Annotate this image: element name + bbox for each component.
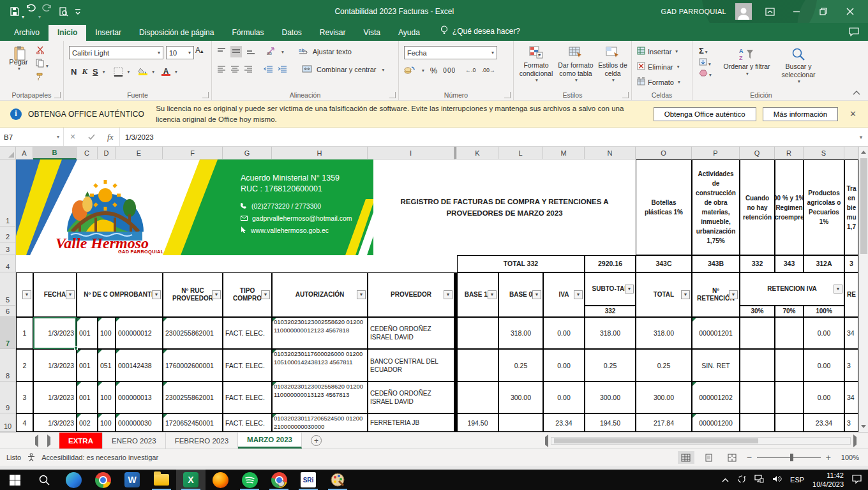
cell-styles-button[interactable]: Estilos de celda▾ xyxy=(595,46,630,83)
table-header-cell[interactable]: 70% xyxy=(775,306,804,317)
start-button[interactable] xyxy=(0,470,29,490)
filter-icon[interactable]: ▼ xyxy=(261,290,270,299)
row-header-7[interactable]: 7 xyxy=(0,317,16,349)
filter-icon[interactable]: ▼ xyxy=(357,290,366,299)
filter-icon[interactable]: ▼ xyxy=(625,285,634,293)
cell-aut-row9[interactable]: 010320230123002558620 012001100000000131… xyxy=(272,382,368,413)
filter-icon[interactable]: ▼ xyxy=(681,290,690,299)
row-header-9[interactable]: 9 xyxy=(0,382,16,413)
close-button[interactable] xyxy=(841,3,859,20)
italic-button[interactable]: K xyxy=(80,65,89,78)
zoom-slider[interactable]: − + xyxy=(747,452,831,463)
filter-icon[interactable]: ▼ xyxy=(834,285,842,293)
cell-fecha-row9[interactable]: 1/3/2023 xyxy=(33,382,77,413)
cell-p70-row9[interactable] xyxy=(775,382,804,413)
cut-icon[interactable] xyxy=(36,46,49,56)
font-name-select[interactable]: Calibri Light▾ xyxy=(69,46,163,59)
cell-p70-row8[interactable] xyxy=(775,349,804,382)
normal-view-icon[interactable] xyxy=(678,451,694,464)
cell-base0-row7[interactable]: 318.00 xyxy=(498,317,543,349)
column-header-C[interactable]: C xyxy=(77,147,98,160)
cell-c1-row7[interactable]: 001 xyxy=(77,317,98,349)
taskbar-clock[interactable]: 11:42 10/4/2023 xyxy=(812,471,844,489)
cell-ret-row10[interactable]: 000001200 xyxy=(692,413,740,432)
cell-t-row8[interactable]: 3 xyxy=(844,349,858,382)
cell-c1-row8[interactable]: 001 xyxy=(77,349,98,382)
tray-volume-icon[interactable] xyxy=(772,475,782,485)
grow-shrink-font[interactable]: A▴ xyxy=(195,46,204,55)
scroll-up-icon[interactable] xyxy=(860,147,867,157)
cell-iva-row7[interactable]: 0.00 xyxy=(543,317,585,349)
sheet-tab-enero-2023[interactable]: ENERO 2023 xyxy=(103,433,166,449)
conditional-formatting-button[interactable]: ≠ Formato condicional▾ xyxy=(516,46,556,83)
cell-c2-row9[interactable]: 100 xyxy=(98,382,116,413)
font-size-select[interactable]: 10▾ xyxy=(166,46,194,59)
filter-icon[interactable]: ▼ xyxy=(22,290,31,299)
expand-formula-bar-icon[interactable]: ▾ xyxy=(854,128,868,146)
cell-total-row7[interactable]: 318.00 xyxy=(636,317,692,349)
row-header-6[interactable]: 6 xyxy=(0,306,16,317)
cell-p70-row10[interactable] xyxy=(775,413,804,432)
align-bottom-icon[interactable] xyxy=(246,47,255,56)
comments-icon[interactable] xyxy=(849,27,868,41)
avatar[interactable] xyxy=(735,3,752,20)
spreadsheet-grid[interactable]: GAD PARROQUIAL Valle Hermoso Acuerdo Min… xyxy=(0,147,858,432)
fill-icon[interactable]: ▾ xyxy=(699,58,712,67)
table-header-cell[interactable]: 100% xyxy=(804,306,844,317)
taskbar-chrome-icon[interactable] xyxy=(88,470,117,490)
increase-indent-icon[interactable] xyxy=(278,65,287,74)
dismiss-warning-icon[interactable]: ✕ xyxy=(844,109,862,119)
restore-button[interactable] xyxy=(814,3,832,20)
cell-p100-row9[interactable]: 0.00 xyxy=(804,382,844,413)
taskbar-sri-icon[interactable]: SRi xyxy=(294,470,323,490)
column-header-N[interactable]: N xyxy=(585,147,636,160)
cell-base12-row7[interactable] xyxy=(457,317,498,349)
get-office-button[interactable]: Obtenga Office auténtico xyxy=(654,107,756,121)
font-color-icon[interactable]: A xyxy=(160,65,172,78)
cell-subtotal-row9[interactable]: 300.00 xyxy=(585,382,636,413)
cell-p70-row7[interactable] xyxy=(775,317,804,349)
ribbon-tab-vista[interactable]: Vista xyxy=(355,25,389,41)
align-middle-icon[interactable] xyxy=(230,46,242,57)
hidden-icons-chevron[interactable] xyxy=(722,475,729,484)
alignment-dialog-launcher[interactable] xyxy=(389,92,396,98)
cell-ret-row8[interactable]: SIN. RET xyxy=(692,349,740,382)
find-select-button[interactable]: Buscar y seleccionar▾ xyxy=(773,47,824,84)
column-header-A[interactable]: A xyxy=(16,147,33,160)
tell-me-box[interactable]: ¿Qué desea hacer? xyxy=(440,26,520,41)
hscroll-left-icon[interactable] xyxy=(545,437,548,445)
column-header-partial[interactable] xyxy=(844,147,858,160)
decrease-indent-icon[interactable] xyxy=(264,65,273,74)
column-header-S[interactable]: S xyxy=(804,147,844,160)
cell-tipo-row7[interactable]: FACT. ELEC. xyxy=(223,317,272,349)
sort-filter-button[interactable]: AZ Ordenar y filtrar▾ xyxy=(723,47,770,77)
column-header-P[interactable]: P xyxy=(692,147,740,160)
cell-p30-row10[interactable] xyxy=(740,413,775,432)
select-all-corner[interactable] xyxy=(0,147,16,160)
horizontal-scrollbar[interactable] xyxy=(545,433,868,449)
print-preview-icon[interactable] xyxy=(59,7,68,17)
filter-icon[interactable]: ▼ xyxy=(488,290,497,299)
table-header-cell[interactable]: TIPO COMPRO▼ xyxy=(223,272,272,317)
minimize-button[interactable] xyxy=(788,3,805,20)
merge-center-label[interactable]: Combinar y centrar xyxy=(317,66,377,73)
column-header-M[interactable]: M xyxy=(543,147,585,160)
taskbar-chrome-profile-icon[interactable] xyxy=(264,470,294,490)
cell-subtotal-row10[interactable]: 194.50 xyxy=(585,413,636,432)
delete-cells-button[interactable]: Eliminar▾ xyxy=(637,62,680,71)
cell-n-row10[interactable]: 4 xyxy=(16,413,33,432)
ribbon-display-options-icon[interactable] xyxy=(761,3,779,20)
row-header-1[interactable]: 1 xyxy=(0,160,16,226)
name-box[interactable]: B7▾ xyxy=(0,128,64,146)
ribbon-tab-f-rmulas[interactable]: Fórmulas xyxy=(223,25,273,41)
filter-icon[interactable]: ▼ xyxy=(212,290,221,299)
row-header-2[interactable]: 2 xyxy=(0,226,16,242)
table-header-cell[interactable]: RE xyxy=(844,272,858,317)
taskbar-spotify-icon[interactable] xyxy=(235,470,264,490)
cell-c1-row10[interactable]: 002 xyxy=(77,413,98,432)
column-header-Q[interactable]: Q xyxy=(740,147,775,160)
cell-p100-row7[interactable]: 0.00 xyxy=(804,317,844,349)
cell-comp-row7[interactable]: 000000012 xyxy=(116,317,163,349)
cell-c1-row9[interactable]: 001 xyxy=(77,382,98,413)
cell-ruc-row9[interactable]: 2300255862001 xyxy=(163,382,223,413)
